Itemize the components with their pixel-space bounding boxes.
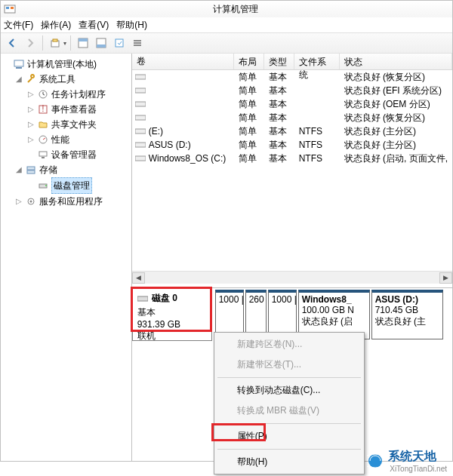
menu-new-striped[interactable]: 新建带区卷(T)... bbox=[216, 355, 362, 375]
menu-bar: 文件(F) 操作(A) 查看(V) 帮助(H) bbox=[1, 17, 452, 32]
svg-rect-33 bbox=[135, 156, 146, 161]
device-icon bbox=[37, 149, 49, 161]
volume-row[interactable]: 简单基本状态良好 (EFI 系统分区) bbox=[132, 84, 452, 97]
tree-event-viewer[interactable]: ▷!事件查看器 bbox=[28, 102, 128, 117]
scroll-left-icon[interactable]: ◀ bbox=[132, 272, 145, 284]
app-icon bbox=[4, 3, 16, 15]
volume-header: 卷 布局 类型 文件系统 状态 bbox=[132, 54, 452, 70]
expand-icon[interactable]: ▷ bbox=[28, 117, 37, 132]
volume-type: 基本 bbox=[264, 152, 294, 165]
svg-rect-22 bbox=[27, 170, 35, 174]
menu-action[interactable]: 操作(A) bbox=[41, 19, 71, 32]
back-button[interactable] bbox=[4, 35, 20, 51]
volume-row[interactable]: 简单基本状态良好 (恢复分区) bbox=[132, 70, 452, 84]
svg-rect-11 bbox=[134, 42, 141, 44]
volume-status: 状态良好 (主分区) bbox=[340, 125, 452, 138]
view-top-button[interactable] bbox=[75, 35, 91, 51]
volume-layout: 简单 bbox=[234, 84, 264, 97]
tools-icon bbox=[25, 73, 37, 85]
context-menu: 新建跨区卷(N)... 新建带区卷(T)... 转换到动态磁盘(C)... 转换… bbox=[214, 332, 365, 474]
menu-properties[interactable]: 属性(P) bbox=[216, 426, 362, 447]
volume-row[interactable]: Windows8_OS (C:)简单基本NTFS状态良好 (启动, 页面文件, bbox=[132, 152, 452, 165]
volume-row[interactable]: 简单基本状态良好 (恢复分区) bbox=[132, 111, 452, 124]
partition[interactable]: ASUS (D:)710.45 GB状态良好 (主 bbox=[371, 290, 443, 339]
menu-convert-mbr[interactable]: 转换成 MBR 磁盘(V) bbox=[216, 401, 362, 421]
volume-row[interactable]: ASUS (D:)简单基本NTFS状态良好 (主分区) bbox=[132, 138, 452, 152]
menu-file[interactable]: 文件(F) bbox=[4, 19, 33, 32]
volume-icon bbox=[135, 127, 146, 135]
list-button[interactable] bbox=[129, 35, 146, 51]
tree-performance[interactable]: ▷性能 bbox=[28, 132, 128, 147]
tree-device-manager[interactable]: 设备管理器 bbox=[28, 147, 128, 162]
volume-name: (E:) bbox=[149, 126, 163, 137]
menu-separator bbox=[217, 449, 361, 450]
watermark-url: XiTongTianDi.net bbox=[390, 465, 447, 473]
partition-status: 状态良好 (主 bbox=[375, 315, 439, 328]
window-title: 计算机管理 bbox=[19, 3, 452, 16]
volume-type: 基本 bbox=[264, 139, 294, 152]
tree-root[interactable]: 计算机管理(本地) ◢ 系统工具 ▷任务计划程序 ▷!事件查看器 ▷共享文件夹 bbox=[4, 57, 128, 209]
tree-disk-management[interactable]: 磁盘管理 bbox=[28, 177, 128, 194]
folder-icon bbox=[37, 118, 49, 131]
volume-type: 基本 bbox=[264, 84, 294, 97]
volume-type: 基本 bbox=[264, 112, 294, 124]
volume-type: 基本 bbox=[264, 71, 294, 84]
partition-name: Windows8_ bbox=[302, 294, 366, 305]
menu-convert-dynamic[interactable]: 转换到动态磁盘(C)... bbox=[216, 380, 362, 401]
action-button[interactable] bbox=[111, 35, 128, 51]
col-status[interactable]: 状态 bbox=[340, 54, 452, 69]
tree-shared-folders[interactable]: ▷共享文件夹 bbox=[28, 117, 128, 132]
expand-icon[interactable]: ▷ bbox=[28, 87, 37, 102]
svg-rect-4 bbox=[53, 39, 57, 41]
expand-icon[interactable]: ▷ bbox=[16, 194, 25, 209]
tree-system-tools[interactable]: ◢ 系统工具 ▷任务计划程序 ▷!事件查看器 ▷共享文件夹 ▷性能 设备管理器 bbox=[16, 72, 128, 162]
volume-layout: 简单 bbox=[234, 71, 264, 84]
col-filesystem[interactable]: 文件系统 bbox=[294, 54, 340, 69]
volume-icon bbox=[135, 73, 146, 81]
collapse-icon[interactable]: ◢ bbox=[16, 72, 25, 87]
horizontal-scrollbar[interactable]: ◀ ▶ bbox=[132, 271, 452, 284]
svg-rect-34 bbox=[137, 296, 148, 301]
svg-rect-10 bbox=[134, 40, 141, 41]
watermark-text: 系统天地 bbox=[388, 449, 447, 465]
tree-task-scheduler[interactable]: ▷任务计划程序 bbox=[28, 87, 128, 102]
volume-type: 基本 bbox=[264, 125, 294, 138]
menu-help[interactable]: 帮助(H) bbox=[216, 452, 362, 472]
menu-new-spanned[interactable]: 新建跨区卷(N)... bbox=[216, 334, 362, 355]
svg-point-24 bbox=[45, 185, 47, 186]
disk-header[interactable]: 磁盘 0 基本 931.39 GB 联机 bbox=[132, 288, 212, 341]
tree-storage[interactable]: ◢ 存储 磁盘管理 bbox=[16, 162, 128, 194]
disk-graphic-panel: 磁盘 0 基本 931.39 GB 联机 1000 |2601000 |Wind… bbox=[132, 287, 452, 461]
forward-button[interactable] bbox=[22, 35, 39, 51]
partition-size: 1000 | bbox=[219, 294, 240, 305]
tree-services-apps[interactable]: ▷服务和应用程序 bbox=[16, 194, 128, 209]
col-volume[interactable]: 卷 bbox=[132, 54, 234, 69]
volume-name: Windows8_OS (C:) bbox=[149, 153, 226, 164]
volume-row[interactable]: (E:)简单基本NTFS状态良好 (主分区) bbox=[132, 124, 452, 138]
svg-rect-8 bbox=[97, 45, 106, 48]
view-bottom-button[interactable] bbox=[93, 35, 109, 51]
volume-list[interactable]: 卷 布局 类型 文件系统 状态 简单基本状态良好 (恢复分区)简单基本状态良好 … bbox=[132, 54, 452, 165]
services-icon bbox=[25, 195, 37, 207]
menu-separator bbox=[217, 377, 361, 378]
col-type[interactable]: 类型 bbox=[264, 54, 294, 69]
svg-rect-19 bbox=[39, 152, 47, 156]
volume-status: 状态良好 (恢复分区) bbox=[340, 71, 452, 84]
menu-help[interactable]: 帮助(H) bbox=[116, 19, 147, 32]
collapse-icon[interactable]: ◢ bbox=[16, 162, 25, 177]
globe-icon bbox=[367, 453, 384, 469]
up-button[interactable] bbox=[47, 35, 63, 51]
volume-icon bbox=[135, 114, 146, 121]
svg-rect-31 bbox=[135, 129, 146, 134]
expand-icon[interactable]: ▷ bbox=[28, 132, 37, 147]
dropdown-arrow-icon[interactable]: ▾ bbox=[63, 40, 66, 47]
expand-icon[interactable]: ▷ bbox=[28, 102, 37, 117]
volume-row[interactable]: 简单基本状态良好 (OEM 分区) bbox=[132, 97, 452, 111]
volume-icon bbox=[135, 100, 146, 108]
volume-status: 状态良好 (EFI 系统分区) bbox=[340, 84, 452, 97]
menu-view[interactable]: 查看(V) bbox=[79, 19, 109, 32]
col-layout[interactable]: 布局 bbox=[234, 54, 264, 69]
performance-icon bbox=[37, 134, 49, 146]
navigation-tree[interactable]: 计算机管理(本地) ◢ 系统工具 ▷任务计划程序 ▷!事件查看器 ▷共享文件夹 bbox=[4, 57, 128, 209]
scroll-right-icon[interactable]: ▶ bbox=[439, 272, 452, 284]
